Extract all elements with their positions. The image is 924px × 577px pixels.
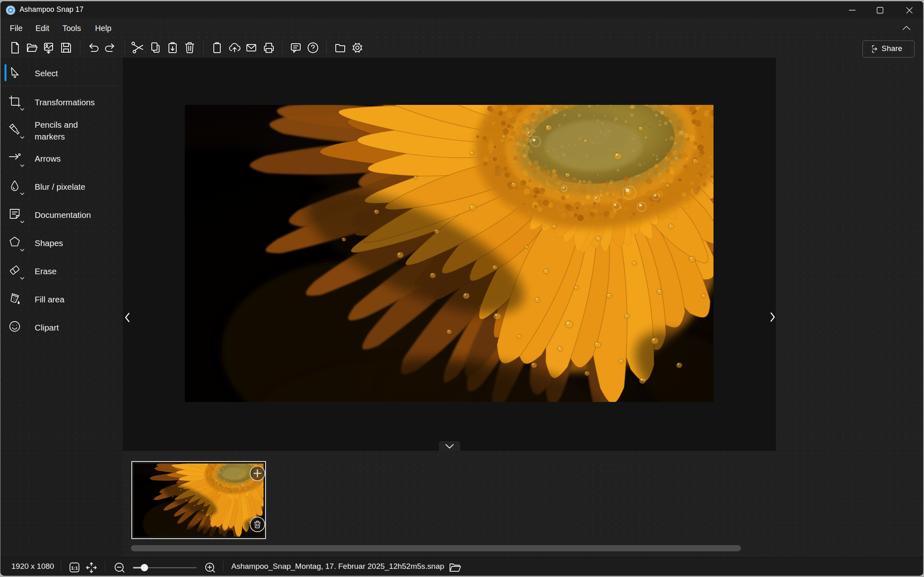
svg-text:1:1: 1:1 [71, 566, 78, 570]
